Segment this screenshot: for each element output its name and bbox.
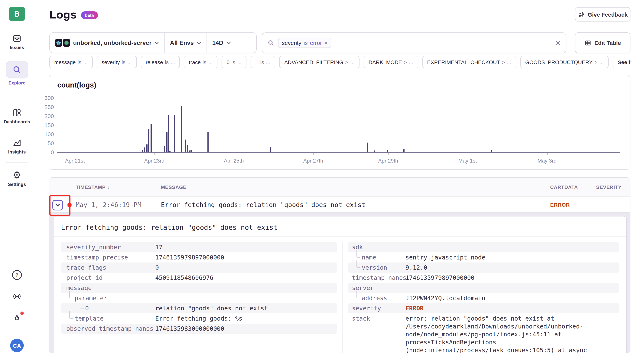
y-axis-tick-label: 150 [40,122,54,128]
field-value: 9.12.0 [406,262,427,273]
sidebar-item-settings[interactable]: ⚙ Settings [0,170,34,187]
column-header-cartdata[interactable]: CARTDATA [550,184,596,190]
token-value: error [310,40,322,46]
sidebar-item-issues[interactable]: Issues [0,34,34,50]
gridline [57,116,620,116]
search-icon [268,40,274,46]
chip-part: ... [507,59,511,65]
user-avatar[interactable]: CA [10,339,24,352]
filter-chip-dark_mode[interactable]: DARK_MODE>... [364,56,418,68]
whats-new-button[interactable] [0,313,34,322]
search-explore-icon [12,65,22,74]
search-input[interactable]: severity is error × [262,33,566,53]
field-key: project_id [61,273,155,283]
filter-chip-goods_productquery[interactable]: GOODS_PRODUCTQUERY>... [520,56,609,68]
column-header-severity[interactable]: SEVERITY [596,184,630,190]
chip-part: ... [350,59,354,65]
date-range-selector[interactable]: 14D [206,33,236,53]
sidebar-item-label: Dashboards [0,119,34,124]
chart-bar [148,129,149,152]
sidebar-item-label: Issues [0,45,34,50]
filter-chip-0[interactable]: 0is... [222,56,246,68]
detail-fields-right: sdknamesentry.javascript.nodeversion9.12… [342,242,619,353]
date-range-selector-label: 14D [212,40,223,46]
detail-field-row: sdk [348,242,619,252]
expand-row-button[interactable] [52,200,63,210]
filter-chip-message[interactable]: messageis... [49,56,92,68]
x-axis-tick [154,153,155,155]
chip-part: ... [266,59,270,65]
filter-chip-1[interactable]: 1is... [250,56,275,68]
log-message: Error fetching goods: relation "goods" d… [161,201,550,208]
field-key: address [348,293,406,303]
help-glyph: ? [16,272,18,278]
insights-icon [12,138,22,147]
sidebar-item-explore[interactable]: Explore [0,61,34,86]
chart-plot-area[interactable]: 050100150200250300Apr 21stApr 23rdApr 25… [57,98,620,153]
tree-connector [356,250,360,258]
chart-bar [131,152,132,152]
sidebar-item-insights[interactable]: Insights [0,138,34,155]
chip-part: 1 [256,59,258,65]
detail-field-row: message [61,283,337,293]
chart-bar [374,150,375,152]
chart-bar [98,152,100,152]
detail-field-row: observed_timestamp_nanos1746135983000000… [61,323,337,334]
project-selector[interactable]: unborked, unborked-server [50,33,164,53]
chart-bar [181,106,182,152]
field-key: observed_timestamp_nanos [61,323,155,334]
give-feedback-button[interactable]: Give Feedback [575,7,630,22]
environment-selector[interactable]: All Envs [164,33,206,53]
chart-bar [387,150,388,153]
chart-bar [178,152,180,152]
field-key: message [61,283,155,293]
help-button[interactable]: ? [0,270,34,280]
detail-field-row: project_id4509118548606976 [61,273,337,283]
row-expander [49,197,76,212]
chart-bar [142,150,143,152]
column-header-message[interactable]: MESSAGE [161,184,550,190]
token-remove-icon[interactable]: × [324,40,328,46]
detail-field-row: severity_number17 [61,242,337,252]
edit-table-button[interactable]: Edit Table [575,33,630,53]
page-filter-bar: unborked, unborked-server All Envs 14D [49,33,256,53]
page-title: Logs [49,8,77,21]
flame-icon [12,313,22,322]
see-full-list-button[interactable]: See full list [613,56,630,68]
gridline [57,143,620,143]
token-key: severity [282,40,301,46]
clear-search-icon[interactable] [555,40,561,46]
gridline [57,134,620,134]
filter-chip-release[interactable]: releaseis... [141,56,180,68]
x-axis-tick-label: May 1st [458,158,477,164]
org-logo[interactable]: B [9,7,25,21]
field-key: version [348,262,406,273]
log-row[interactable]: May 1, 2:46:19 PM Error fetching goods: … [49,197,630,213]
tree-connector [69,291,73,298]
filter-chip-severity[interactable]: severityis... [97,56,136,68]
field-key: severity_number [61,242,155,252]
search-token-severity[interactable]: severity is error × [278,38,331,48]
sidebar-item-dashboards[interactable]: Dashboards [0,108,34,124]
chip-part: 0 [227,59,230,65]
chip-part: is [165,59,169,65]
chip-part: is [78,59,82,65]
issues-icon [12,34,22,43]
filter-chip-advanced_filtering[interactable]: ADVANCED_FILTERING>... [280,56,360,68]
sidebar-item-label: Settings [0,182,34,187]
x-axis-tick [234,153,234,155]
x-axis-tick [547,153,547,155]
tree-connector [80,301,84,308]
broadcast-button[interactable] [0,292,34,301]
field-value: 1746135983000000000 [155,323,224,334]
environment-selector-label: All Envs [170,40,194,46]
column-header-timestamp[interactable]: TIMESTAMP ↓ [76,184,161,190]
field-value: ERROR [406,303,424,313]
filter-chip-experimental_checkout[interactable]: EXPERIMENTAL_CHECKOUT>... [422,56,516,68]
detail-field-row: stackerror: relation "goods" does not ex… [348,313,619,353]
tree-connector [356,291,360,298]
org-logo-letter: B [14,10,20,18]
log-timestamp: May 1, 2:46:19 PM [76,201,161,208]
filter-chip-trace[interactable]: traceis... [184,56,218,68]
detail-field-row: namesentry.javascript.node [348,252,619,262]
